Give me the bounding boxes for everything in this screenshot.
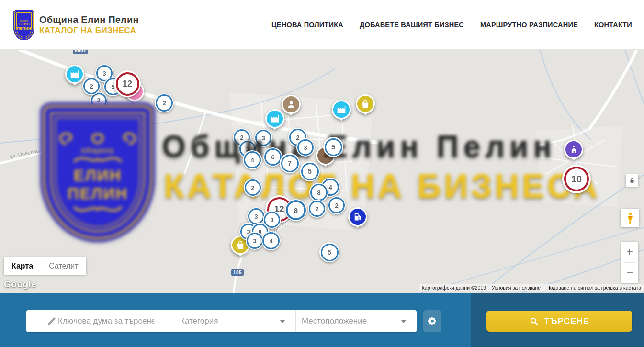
site-title: Община Елин Пелин <box>39 14 139 25</box>
cluster-count: 2 <box>315 205 318 213</box>
cluster-marker[interactable]: 2 <box>328 196 346 214</box>
municipality-crest-logo: община ЕЛИН ПЕЛИН <box>13 10 34 40</box>
worker-icon <box>282 95 301 114</box>
cluster-count: 3 <box>253 237 256 245</box>
lock-button[interactable] <box>626 174 638 187</box>
attribution-terms-link[interactable]: Условия за ползване <box>489 285 543 291</box>
attribution-copyright: Картографски данни ©2019 <box>419 285 489 291</box>
cluster-count: 8 <box>294 206 298 214</box>
gear-icon <box>427 316 438 326</box>
cluster-marker[interactable]: 3 <box>296 138 315 157</box>
chevron-down-icon <box>401 320 406 323</box>
cluster-count: 3 <box>261 134 265 142</box>
cluster-marker[interactable]: 5 <box>319 242 339 262</box>
cluster-count: 8 <box>317 189 320 196</box>
cluster-count: 3 <box>270 216 273 224</box>
pegman-icon <box>625 212 635 224</box>
church-icon <box>564 140 583 159</box>
header: община ЕЛИН ПЕЛИН Община Елин Пелин КАТА… <box>0 0 644 50</box>
nav-item-contacts[interactable]: КОНТАКТИ <box>594 21 632 29</box>
factory-pin-marker[interactable] <box>65 65 84 84</box>
cluster-marker[interactable]: 4 <box>243 150 262 169</box>
advanced-search-button[interactable] <box>423 310 441 332</box>
cluster-marker[interactable]: 2 <box>244 179 262 197</box>
cluster-count: 2 <box>162 100 166 107</box>
cluster-count: 5 <box>331 143 335 151</box>
road-number-shield: 105 <box>231 269 244 276</box>
cluster-marker[interactable]: 5 <box>300 161 320 181</box>
nav-item-add-business[interactable]: ДОБАВЕТЕ ВАШИЯТ БИЗНЕС <box>360 21 464 29</box>
cluster-count: 2 <box>240 134 243 141</box>
cluster-count: 4 <box>269 237 272 245</box>
nav-item-schedule[interactable]: МАРШРУТНО РАЗПИСАНИЕ <box>480 21 578 29</box>
cluster-count: 7 <box>288 159 292 167</box>
map-type-satellite-button[interactable]: Сателит <box>41 257 86 275</box>
church-pin-marker[interactable] <box>564 140 583 159</box>
cluster-marker[interactable]: 4 <box>261 231 281 250</box>
street-view-pegman-button[interactable] <box>621 209 639 227</box>
keyword-segment <box>26 310 171 332</box>
road-number-shield: 6002 <box>73 49 88 54</box>
category-select[interactable]: Категория <box>171 310 295 332</box>
cluster-marker[interactable]: 12 <box>114 70 141 97</box>
cluster-count: 5 <box>308 168 312 175</box>
brand[interactable]: община ЕЛИН ПЕЛИН Община Елин Пелин КАТА… <box>13 10 139 40</box>
cluster-marker[interactable]: 8 <box>285 199 307 221</box>
map-canvas[interactable]: 6002105ул. Преславбул. „Новосел община Е… <box>0 49 644 293</box>
search-button-label: ТЪРСЕНЕ <box>544 316 589 326</box>
fuel-pin-marker[interactable] <box>348 207 367 226</box>
keyword-search-input[interactable] <box>57 316 155 326</box>
zoom-out-button[interactable]: − <box>621 263 638 283</box>
zoom-control: + − <box>621 242 638 283</box>
lock-icon <box>629 177 635 184</box>
search-form: Категория Местоположение <box>26 310 417 332</box>
search-button[interactable]: ТЪРСЕНЕ <box>486 311 632 332</box>
cluster-count: 2 <box>97 97 101 104</box>
map-attribution: Картографски данни ©2019 Условия за полз… <box>419 284 644 291</box>
brand-text: Община Елин Пелин КАТАЛОГ НА БИЗНЕСА <box>39 14 139 35</box>
map-type-control: Карта Сателит <box>4 257 86 275</box>
cluster-count: 2 <box>251 184 254 191</box>
shopping-bag-icon <box>356 94 375 113</box>
shopping-bag-pin-marker[interactable] <box>356 94 375 113</box>
cluster-marker[interactable]: 5 <box>323 137 343 157</box>
cluster-count: 2 <box>335 202 338 209</box>
cluster-marker[interactable]: 2 <box>82 77 101 95</box>
cluster-count: 3 <box>102 70 106 77</box>
google-logo[interactable]: Google <box>4 279 36 290</box>
nav-item-pricing[interactable]: ЦЕНОВА ПОЛИТИКА <box>271 21 343 29</box>
cluster-marker[interactable]: 10 <box>562 165 591 193</box>
cluster-count: 3 <box>254 213 258 220</box>
attribution-report-link[interactable]: Подаване на сигнал за грешка в картата <box>543 285 644 291</box>
zoom-in-button[interactable]: + <box>621 242 638 262</box>
cluster-count: 2 <box>90 83 93 90</box>
category-select-value: Категория <box>180 316 218 326</box>
cluster-count: 12 <box>123 79 132 89</box>
cluster-marker[interactable]: 2 <box>308 200 326 218</box>
map-type-map-button[interactable]: Карта <box>4 257 41 275</box>
factory-icon <box>332 100 351 119</box>
pencil-icon <box>46 316 57 326</box>
cluster-count: 2 <box>296 134 299 141</box>
fuel-icon <box>348 207 367 226</box>
cluster-count: 3 <box>304 144 307 151</box>
factory-icon <box>65 65 84 84</box>
page: община ЕЛИН ПЕЛИН Община Елин Пелин КАТА… <box>0 0 644 347</box>
cluster-marker[interactable]: 8 <box>309 183 328 202</box>
location-select[interactable]: Местоположение <box>295 310 417 332</box>
cluster-count: 6 <box>271 154 274 161</box>
cluster-count: 4 <box>250 157 254 164</box>
worker-pin-marker[interactable] <box>282 95 301 114</box>
main-nav: ЦЕНОВА ПОЛИТИКА ДОБАВЕТЕ ВАШИЯТ БИЗНЕС М… <box>271 21 632 29</box>
factory-pin-marker[interactable] <box>332 100 351 119</box>
cluster-marker[interactable]: 2 <box>155 93 174 112</box>
cluster-marker[interactable]: 3 <box>254 129 272 147</box>
cluster-count: 5 <box>328 248 331 256</box>
location-select-value: Местоположение <box>302 316 367 326</box>
cluster-marker[interactable]: 7 <box>280 153 300 173</box>
cluster-count: 10 <box>571 174 582 185</box>
site-subtitle: КАТАЛОГ НА БИЗНЕСА <box>39 25 139 35</box>
search-icon <box>529 316 539 326</box>
chevron-down-icon <box>280 320 285 323</box>
cluster-count: 4 <box>328 184 332 191</box>
